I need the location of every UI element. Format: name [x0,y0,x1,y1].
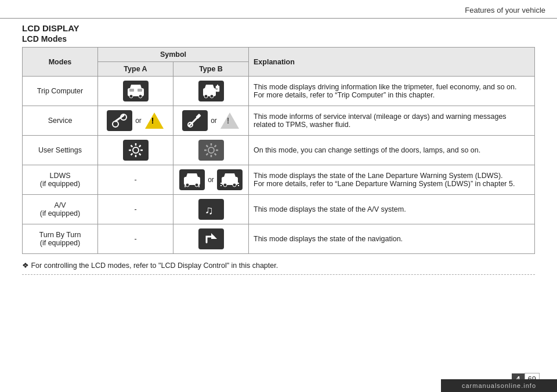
svg-line-24 [131,146,132,147]
gear2-icon [198,140,224,161]
typea-icon-cell: - [98,195,173,224]
typeb-icon-cell: ♫ [173,195,249,224]
lane-car2-icon [217,169,243,190]
typeb-icon-cell: or [173,165,249,195]
gear-icon [123,140,149,161]
svg-point-9 [210,95,214,98]
svg-point-46 [233,183,236,187]
svg-marker-7 [205,85,214,88]
explanation-cell: This mode displays the state of the A/V … [249,195,535,224]
explanation-cell: This mode displays driving information l… [249,77,535,106]
main-content: LCD DISPLAY LCD Modes Modes Symbol Expla… [0,23,557,275]
typea-icon-cell: or ! [98,106,173,136]
car-icon [123,81,149,101]
svg-point-40 [195,183,198,187]
typeb-icon-cell [173,136,249,165]
typea-icon-cell [98,77,173,106]
section-main-title: LCD DISPLAY [22,23,535,33]
explanation-cell: This mode displays the state of the Lane… [249,165,535,195]
explanation-cell: This mode informs of service interval (m… [249,106,535,136]
col-header-explanation: Explanation [249,48,535,77]
svg-point-8 [204,95,208,98]
lcd-modes-table: Modes Symbol Explanation Type A Type B T… [22,47,535,254]
or-label3: or [208,176,214,184]
col-header-typea: Type A [98,62,173,77]
explanation-cell: This mode displays the state of the navi… [249,224,535,254]
table-row: Turn By Turn(if equipped) - This mode di… [23,224,535,254]
wrench-icon [107,110,132,131]
typea-icon-cell [98,136,173,165]
typeb-icon-cell [173,77,249,106]
header-title: Features of your vehicle [465,6,545,14]
svg-line-36 [214,146,216,147]
mode-label: Service [23,106,98,136]
table-row: User Settings [23,136,535,165]
svg-line-35 [206,154,208,155]
or-label2: or [211,117,217,125]
col-header-typeb: Type B [173,62,249,77]
mode-label: Turn By Turn(if equipped) [23,224,98,254]
svg-point-2 [129,95,133,98]
svg-rect-5 [138,89,142,92]
svg-text:♫: ♫ [205,204,214,216]
table-row: Trip Computer [23,77,535,106]
svg-marker-38 [186,173,198,177]
typea-icon-cell: - [98,224,173,254]
mode-label: A/V(if equipped) [23,195,98,224]
svg-line-34 [214,154,216,155]
svg-line-33 [206,146,208,147]
svg-point-39 [186,183,189,187]
dashed-divider [22,274,535,275]
svg-rect-4 [129,89,134,92]
table-row: A/V(if equipped) - ♫ This mode displays … [23,195,535,224]
typeb-icon-cell: or ! [173,106,249,136]
svg-marker-50 [211,233,217,239]
mode-label: LDWS(if equipped) [23,165,98,195]
svg-marker-44 [224,173,236,177]
svg-line-16 [189,118,197,126]
svg-point-3 [139,95,142,98]
table-row: Service or ! [23,106,535,136]
svg-line-26 [131,154,132,155]
wrench2-icon [182,110,208,131]
svg-rect-12 [216,88,218,90]
fuel-car-icon [198,81,224,101]
svg-point-13 [113,121,118,127]
svg-marker-1 [130,85,142,88]
svg-rect-11 [217,85,218,86]
section-sub-title: LCD Modes [22,34,535,43]
page-header: Features of your vehicle [0,0,557,19]
svg-point-28 [208,147,214,153]
svg-point-45 [223,183,227,187]
typeb-icon-cell [173,224,249,254]
or-label: or [135,117,142,125]
col-header-modes: Modes [23,48,98,77]
mode-label: User Settings [23,136,98,165]
svg-point-19 [133,147,139,153]
svg-line-25 [139,154,140,155]
svg-line-27 [139,146,140,147]
lane-car-icon [179,169,205,190]
navigation-icon [198,228,224,249]
explanation-cell: On this mode, you can change settings of… [249,136,535,165]
footnote: ❖ For controlling the LCD modes, refer t… [22,261,535,270]
watermark: carmanualsonline.info [441,379,557,392]
music-icon: ♫ [198,199,224,220]
mode-label: Trip Computer [23,77,98,106]
table-row: LDWS(if equipped) - [23,165,535,195]
typea-icon-cell: - [98,165,173,195]
col-header-symbol: Symbol [98,48,249,62]
